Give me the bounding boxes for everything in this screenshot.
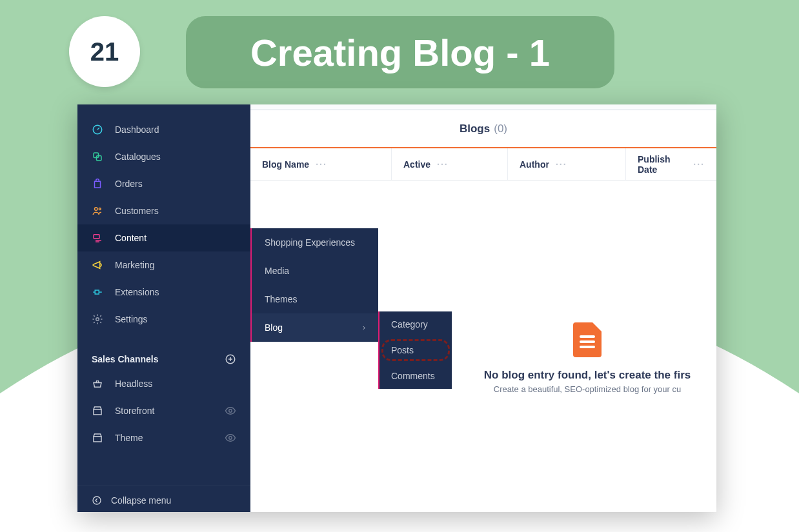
page-title-count: (0) xyxy=(494,123,507,135)
visibility-icon[interactable] xyxy=(225,432,236,444)
sidebar-item-orders[interactable]: Orders xyxy=(77,170,250,197)
sidebar-item-extensions[interactable]: Extensions xyxy=(77,279,250,306)
sidebar-item-marketing[interactable]: Marketing xyxy=(77,251,250,279)
customers-icon xyxy=(92,205,103,217)
dashboard-icon xyxy=(92,124,103,135)
column-label: Publish Date xyxy=(638,154,687,175)
svg-point-9 xyxy=(229,437,232,440)
submenu-label: Posts xyxy=(391,345,414,355)
page-title-text: Blogs xyxy=(460,123,490,135)
column-menu-icon[interactable]: ··· xyxy=(556,159,567,170)
sidebar-item-label: Content xyxy=(115,233,147,243)
channel-label: Theme xyxy=(115,433,143,443)
empty-state-sub: Create a beautiful, SEO-optimized blog f… xyxy=(458,384,716,394)
orders-icon xyxy=(92,178,103,190)
collapse-menu-button[interactable]: Collapse menu xyxy=(77,486,250,512)
submenu-label: Category xyxy=(391,319,428,330)
sidebar-item-catalogues[interactable]: Catalogues xyxy=(77,143,250,170)
submenu-label: Comments xyxy=(391,371,435,381)
document-icon xyxy=(573,322,602,357)
submenu-item-blog[interactable]: Blog › xyxy=(252,313,378,342)
empty-state: No blog entry found, let's create the fi… xyxy=(458,322,716,394)
blog-submenu: Category Posts Comments xyxy=(378,311,452,389)
sidebar-item-label: Orders xyxy=(115,179,143,189)
sidebar-item-customers[interactable]: Customers xyxy=(77,197,250,224)
channel-item-theme[interactable]: Theme xyxy=(77,424,250,451)
column-menu-icon[interactable]: ··· xyxy=(437,159,449,170)
page-title: Blogs (0) xyxy=(250,110,716,147)
marketing-icon xyxy=(92,259,103,271)
catalogues-icon xyxy=(92,151,103,163)
sidebar-item-label: Customers xyxy=(115,206,159,216)
blog-submenu-category[interactable]: Category xyxy=(379,311,452,337)
sidebar-item-label: Settings xyxy=(115,314,148,324)
column-label: Blog Name xyxy=(262,159,309,170)
gear-icon xyxy=(92,313,103,325)
sidebar-item-label: Marketing xyxy=(115,260,154,270)
storefront-icon xyxy=(92,432,103,444)
submenu-label: Media xyxy=(265,266,289,276)
svg-rect-5 xyxy=(94,235,99,239)
collapse-label: Collapse menu xyxy=(111,495,171,506)
submenu-label: Shopping Experiences xyxy=(265,237,355,248)
submenu-label: Blog xyxy=(265,322,283,333)
submenu-item-themes[interactable]: Themes xyxy=(252,285,378,313)
slide-title-banner: Creating Blog - 1 xyxy=(186,16,614,88)
channel-label: Storefront xyxy=(115,406,154,416)
sidebar-item-content[interactable]: Content xyxy=(77,224,250,251)
channel-label: Headless xyxy=(115,379,152,389)
svg-point-8 xyxy=(229,409,232,413)
chevron-left-icon xyxy=(92,495,102,506)
column-header-active[interactable]: Active··· xyxy=(392,148,508,180)
sidebar-item-settings[interactable]: Settings xyxy=(77,306,250,333)
sidebar: Dashboard Catalogues Orders Customers Co… xyxy=(77,104,250,512)
column-header-blog-name[interactable]: Blog Name··· xyxy=(250,148,392,180)
svg-point-10 xyxy=(93,497,101,504)
column-label: Author xyxy=(520,159,549,170)
column-menu-icon[interactable]: ··· xyxy=(693,159,705,170)
blog-submenu-posts[interactable]: Posts xyxy=(379,337,452,363)
submenu-item-shopping-experiences[interactable]: Shopping Experiences xyxy=(252,228,378,257)
submenu-item-media[interactable]: Media xyxy=(252,257,378,285)
sidebar-item-dashboard[interactable]: Dashboard xyxy=(77,116,250,143)
add-channel-icon[interactable] xyxy=(225,353,236,365)
svg-point-4 xyxy=(99,208,101,210)
storefront-icon xyxy=(92,405,103,417)
column-label: Active xyxy=(403,159,430,170)
step-number-badge: 21 xyxy=(69,16,140,87)
svg-point-3 xyxy=(95,208,98,211)
content-submenu: Shopping Experiences Media Themes Blog › xyxy=(250,228,378,342)
blog-submenu-comments[interactable]: Comments xyxy=(379,363,452,389)
empty-state-heading: No blog entry found, let's create the fi… xyxy=(458,369,716,382)
sidebar-item-label: Extensions xyxy=(115,287,159,297)
column-menu-icon[interactable]: ··· xyxy=(316,159,327,170)
basket-icon xyxy=(92,378,103,389)
table-header: Blog Name··· Active··· Author··· Publish… xyxy=(250,147,716,181)
sidebar-item-label: Dashboard xyxy=(115,124,159,135)
sales-channels-header: Sales Channels xyxy=(77,344,250,370)
tutorial-slide: 21 Creating Blog - 1 Dashboard Catalogue… xyxy=(0,0,799,532)
submenu-label: Themes xyxy=(265,294,298,304)
visibility-icon[interactable] xyxy=(225,405,236,417)
app-window: Dashboard Catalogues Orders Customers Co… xyxy=(77,104,716,512)
column-header-author[interactable]: Author··· xyxy=(508,148,626,180)
content-icon xyxy=(92,232,103,244)
extensions-icon xyxy=(92,286,103,298)
channel-item-storefront[interactable]: Storefront xyxy=(77,397,250,424)
sidebar-item-label: Catalogues xyxy=(115,152,161,162)
section-header-label: Sales Channels xyxy=(92,354,159,364)
column-header-publish-date[interactable]: Publish Date··· xyxy=(626,148,716,180)
svg-point-6 xyxy=(96,318,99,321)
chevron-right-icon: › xyxy=(363,323,365,332)
channel-item-headless[interactable]: Headless xyxy=(77,370,250,397)
